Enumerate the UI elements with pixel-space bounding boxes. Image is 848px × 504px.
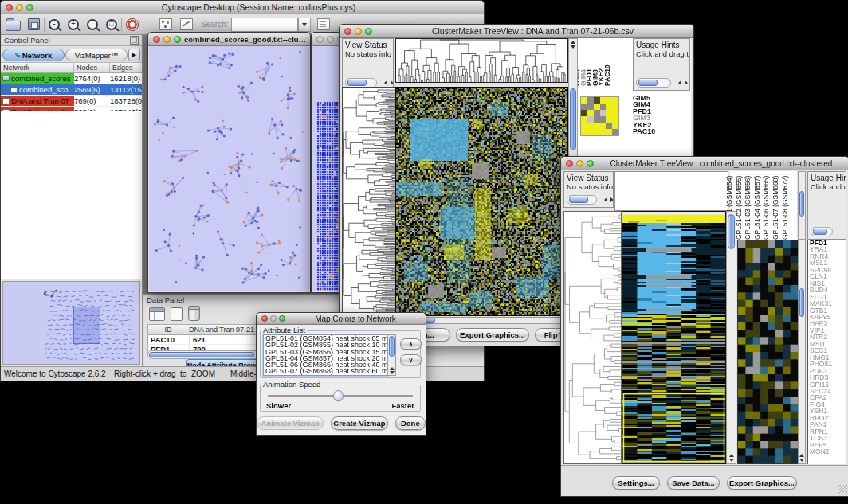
- hscroll-thumb[interactable]: [149, 352, 254, 357]
- network-name-cell[interactable]: combined_sco: [1, 84, 74, 95]
- scroll-down-icon[interactable]: [729, 459, 734, 462]
- settings-button[interactable]: Settings...: [612, 476, 660, 490]
- heatmap-vscrollbar[interactable]: [726, 211, 736, 464]
- scroll-up-icon[interactable]: [571, 41, 575, 44]
- heatmap-canvas[interactable]: [622, 211, 726, 464]
- export-graphics-button[interactable]: Export Graphics...: [727, 476, 797, 490]
- minimize-button[interactable]: [16, 4, 23, 11]
- scroll-right-icon[interactable]: [685, 80, 688, 85]
- scroll-right-icon[interactable]: [610, 197, 614, 202]
- vizmapper-icon[interactable]: [159, 18, 172, 30]
- dialog-title-bar[interactable]: Map Colors to Network: [257, 313, 426, 325]
- treeview2-title-bar[interactable]: ClusterMaker TreeView : combined_scores_…: [561, 157, 848, 170]
- vscroll-thumb[interactable]: [799, 288, 804, 317]
- network-name-cell[interactable]: combined_scores: [1, 73, 74, 84]
- resize-grip[interactable]: [838, 485, 847, 494]
- treeview1-title-bar[interactable]: ClusterMaker TreeView : DNA and Tran 07-…: [340, 25, 693, 38]
- network-table-row[interactable]: combined_sco2569(6)13112(15): [1, 84, 142, 96]
- close-button[interactable]: [566, 160, 573, 167]
- zoom-out-icon[interactable]: -: [49, 19, 60, 30]
- zoom-in-icon[interactable]: +: [68, 19, 79, 30]
- scroll-up-icon[interactable]: [799, 454, 804, 457]
- vscroll-thumb[interactable]: [389, 336, 395, 357]
- minimize-button[interactable]: [270, 315, 277, 322]
- attribute-listbox[interactable]: GPL51-01 (GSM854) heat shock 05 minGPL51…: [263, 334, 388, 376]
- scroll-up-icon[interactable]: [390, 367, 395, 370]
- usage-hints-scrollbar[interactable]: [811, 227, 833, 236]
- zoom-vscrollbar[interactable]: [798, 240, 806, 464]
- global-mini-heatmap[interactable]: [580, 96, 619, 136]
- row-dendrogram-canvas[interactable]: [563, 211, 622, 464]
- zoom-heatmap-canvas[interactable]: [737, 240, 799, 464]
- close-button[interactable]: [316, 36, 324, 43]
- scroll-left-icon[interactable]: [604, 197, 607, 202]
- zoom-fit-icon[interactable]: □: [106, 19, 117, 30]
- attribute-list-item[interactable]: GPL51-07 (GSM868) heat shock 60 min: [264, 368, 387, 374]
- report-icon[interactable]: [317, 18, 330, 30]
- column-dendrogram-canvas[interactable]: [395, 38, 568, 83]
- scroll-down-icon[interactable]: [799, 459, 804, 462]
- float-panel-icon[interactable]: [130, 36, 139, 45]
- network-table-row[interactable]: DNA and Tran 07769(0)183728(0): [1, 96, 142, 107]
- scroll-left-icon[interactable]: [678, 80, 681, 85]
- row-dendrogram-canvas[interactable]: [342, 87, 395, 316]
- zoom-button[interactable]: [26, 4, 33, 11]
- scroll-thumb[interactable]: [569, 197, 588, 203]
- usage-hints-scrollbar[interactable]: [636, 78, 671, 88]
- scroll-thumb[interactable]: [638, 80, 658, 86]
- heatmap-canvas[interactable]: [395, 87, 568, 316]
- network-overview-canvas[interactable]: [3, 282, 139, 364]
- column-dendrogram-area[interactable]: [614, 171, 728, 211]
- vscroll-thumb[interactable]: [570, 88, 576, 150]
- save-session-icon[interactable]: [28, 18, 40, 30]
- scroll-left-icon[interactable]: [384, 80, 387, 85]
- network-view-canvas[interactable]: [149, 46, 309, 291]
- attribute-list-scrollbar[interactable]: [387, 334, 396, 376]
- cytoscape-title-bar[interactable]: Cytoscape Desktop (Session Name: collins…: [1, 1, 484, 14]
- scroll-down-icon[interactable]: [390, 371, 395, 374]
- annotation-icon[interactable]: [180, 18, 193, 30]
- scroll-up-icon[interactable]: [729, 454, 734, 457]
- done-button[interactable]: Done: [395, 416, 426, 430]
- save-data-button[interactable]: Save Data...: [667, 476, 720, 490]
- export-graphics-button[interactable]: Export Graphics...: [456, 328, 529, 342]
- close-button[interactable]: [261, 315, 268, 322]
- tab-vizmapper[interactable]: VizMapper™: [65, 49, 128, 61]
- minimize-button[interactable]: [576, 160, 583, 167]
- close-button[interactable]: [153, 36, 160, 43]
- network-table-header[interactable]: Network Nodes Edges: [1, 63, 142, 73]
- minimize-button[interactable]: [355, 28, 362, 35]
- minimize-button[interactable]: [327, 36, 334, 43]
- new-doc-icon[interactable]: [171, 307, 183, 321]
- table-icon[interactable]: [149, 307, 165, 321]
- tab-overflow-button[interactable]: ▶: [128, 49, 140, 61]
- view-status-scrollbar[interactable]: [567, 195, 597, 205]
- network-table-row[interactable]: combined_scores2764(0)16218(0): [1, 73, 142, 84]
- tab-network[interactable]: Network: [2, 49, 65, 61]
- trash-icon[interactable]: [188, 307, 200, 321]
- zoom-button[interactable]: [365, 28, 372, 35]
- minimize-button[interactable]: [163, 36, 171, 43]
- network-title-bar[interactable]: combined_scores_good.txt--cluste...: [148, 33, 310, 46]
- animate-vizmap-button[interactable]: Animate Vizmap: [257, 416, 324, 430]
- move-down-button[interactable]: ∨: [400, 354, 422, 365]
- search-input[interactable]: [231, 18, 298, 32]
- scroll-thumb[interactable]: [347, 80, 367, 86]
- open-session-icon[interactable]: [6, 21, 21, 31]
- labels-vscrollbar[interactable]: [798, 171, 806, 240]
- scroll-right-icon[interactable]: [391, 80, 394, 85]
- speed-slider-thumb[interactable]: [333, 390, 344, 401]
- zoom-button[interactable]: [587, 160, 594, 167]
- move-up-button[interactable]: ∧: [400, 338, 422, 350]
- vscroll-thumb[interactable]: [728, 214, 735, 249]
- zoom-selected-icon[interactable]: [87, 19, 98, 30]
- close-button[interactable]: [344, 28, 351, 35]
- create-vizmap-button[interactable]: Create Vizmap: [331, 416, 387, 430]
- zoom-button[interactable]: [174, 36, 181, 43]
- scroll-down-icon[interactable]: [571, 45, 575, 49]
- help-lifesaver-icon[interactable]: [126, 18, 139, 31]
- scroll-thumb[interactable]: [813, 229, 827, 235]
- vscroll-thumb[interactable]: [799, 191, 804, 217]
- network-name-cell[interactable]: DNA and Tran 07: [1, 96, 74, 106]
- close-button[interactable]: [6, 4, 13, 11]
